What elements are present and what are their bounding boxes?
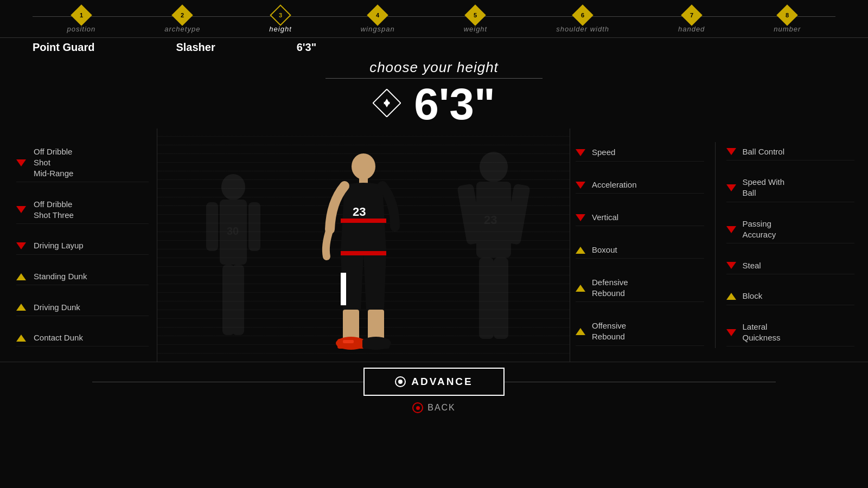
stat-arrow-down-icon — [576, 214, 585, 221]
stat-arrow-down-icon — [576, 149, 585, 156]
svg-rect-14 — [479, 258, 494, 339]
height-arrows[interactable] — [373, 89, 401, 119]
stat-name: Speed With Ball — [743, 177, 785, 199]
stat-row: Contact Dunk — [16, 330, 149, 346]
stat-name: Block — [743, 291, 763, 301]
step-label: shoulder width — [556, 25, 609, 33]
stat-arrow-up-icon — [726, 293, 736, 300]
nav-step-number[interactable]: 8number — [774, 8, 801, 33]
svg-point-17 — [352, 153, 375, 179]
right-stats-col1: SpeedAccelerationVerticalBoxoutDefensive… — [576, 137, 710, 354]
stat-row: Defensive Rebound — [576, 274, 704, 303]
stat-row: Block — [726, 288, 855, 305]
stat-arrow-down-icon — [726, 329, 736, 336]
height-display: 6'3" — [414, 82, 495, 126]
advance-button[interactable]: ADVANCE — [363, 368, 505, 396]
back-label: BACK — [427, 403, 456, 413]
stat-name: Off Dribble Shot Mid-Range — [34, 146, 73, 179]
height-value: 6'3" — [297, 41, 316, 54]
step-label: weight — [464, 25, 488, 33]
stat-arrow-down-icon — [726, 262, 736, 269]
main-player: 23 — [315, 143, 412, 362]
stat-arrow-up-icon — [576, 328, 585, 335]
stat-arrow-down-icon — [16, 242, 26, 249]
stat-name: Lateral Quickness — [743, 322, 781, 344]
step-number: 3 — [279, 12, 282, 18]
stats-divider — [715, 142, 716, 348]
step-number: 1 — [80, 12, 83, 18]
step-number: 4 — [376, 12, 379, 18]
stat-name: Acceleration — [592, 179, 637, 190]
stat-arrow-down-icon — [16, 159, 26, 166]
back-button[interactable]: BACK — [412, 402, 456, 413]
step-number: 8 — [786, 12, 789, 18]
svg-marker-2 — [384, 102, 390, 107]
stat-name: Defensive Rebound — [592, 277, 628, 299]
svg-rect-19 — [341, 219, 386, 223]
step-number: 6 — [581, 12, 584, 18]
nav-step-archetype[interactable]: 2archetype — [164, 8, 200, 33]
ghost-player-right: 23 — [445, 143, 542, 362]
bottom-bar: ADVANCEBACK — [0, 362, 868, 419]
stat-arrow-down-icon — [726, 148, 736, 155]
stat-row: Off Dribble Shot Mid-Range — [16, 144, 149, 183]
player-area: 30 23 23 — [157, 129, 570, 362]
stat-arrow-down-icon — [726, 226, 736, 233]
stat-arrow-up-icon — [16, 335, 26, 342]
stat-name: Vertical — [592, 212, 618, 223]
svg-rect-22 — [341, 273, 346, 305]
stat-row: Speed — [576, 144, 704, 161]
svg-point-10 — [480, 152, 508, 182]
step-label: wingspan — [361, 25, 395, 33]
svg-rect-29 — [343, 340, 354, 343]
svg-rect-8 — [232, 265, 244, 335]
nav-step-handed[interactable]: 7handed — [678, 8, 705, 33]
step-label: height — [269, 25, 291, 33]
stat-name: Off Dribble Shot Three — [34, 199, 74, 221]
svg-text:23: 23 — [484, 213, 497, 227]
stat-name: Passing Accuracy — [743, 219, 776, 241]
step-number: 7 — [690, 12, 693, 18]
nav-step-weight[interactable]: 5weight — [464, 8, 488, 33]
svg-point-3 — [221, 174, 245, 200]
stat-row: Vertical — [576, 209, 704, 226]
stat-name: Boxout — [592, 245, 617, 255]
stat-row: Steal — [726, 258, 855, 274]
stat-name: Standing Dunk — [34, 271, 87, 282]
stat-name: Contact Dunk — [34, 332, 83, 343]
stat-arrow-down-icon — [726, 184, 736, 191]
svg-rect-15 — [494, 258, 508, 339]
stat-arrow-up-icon — [576, 247, 585, 254]
advance-label: ADVANCE — [411, 376, 473, 388]
stat-arrow-up-icon — [576, 285, 585, 292]
step-label: handed — [678, 25, 705, 33]
stat-row: Offensive Rebound — [576, 318, 704, 346]
svg-text:23: 23 — [353, 205, 366, 219]
nav-step-height[interactable]: 3height — [269, 8, 291, 33]
right-stats-panel: SpeedAccelerationVerticalBoxoutDefensive… — [570, 129, 868, 362]
nav-step-wingspan[interactable]: 4wingspan — [361, 8, 395, 33]
nav-step-position[interactable]: 1position — [67, 8, 95, 33]
back-icon — [412, 402, 423, 413]
sub-info-row: Point GuardSlasher6'3" — [0, 38, 868, 57]
stat-name: Speed — [592, 147, 615, 158]
step-label: position — [67, 25, 95, 33]
svg-rect-28 — [362, 339, 390, 349]
top-nav: 1position2archetype3height4wingspan5weig… — [0, 0, 868, 38]
svg-rect-21 — [341, 251, 386, 255]
stat-arrow-up-icon — [16, 273, 26, 280]
nav-step-shoulder-width[interactable]: 6shoulder width — [556, 8, 609, 33]
left-stats-panel: Off Dribble Shot Mid-RangeOff Dribble Sh… — [0, 129, 157, 362]
stat-row: Acceleration — [576, 177, 704, 194]
step-number: 5 — [474, 12, 477, 18]
stat-arrow-down-icon — [16, 206, 26, 213]
stat-row: Driving Layup — [16, 237, 149, 254]
stat-row: Passing Accuracy — [726, 216, 855, 244]
stat-name: Steal — [743, 260, 761, 271]
main-content: Off Dribble Shot Mid-RangeOff Dribble Sh… — [0, 129, 868, 362]
svg-text:30: 30 — [227, 225, 239, 237]
stat-row: Ball Control — [726, 144, 855, 160]
step-label: number — [774, 25, 801, 33]
position-value: Point Guard — [33, 41, 94, 54]
advance-icon — [395, 376, 406, 387]
